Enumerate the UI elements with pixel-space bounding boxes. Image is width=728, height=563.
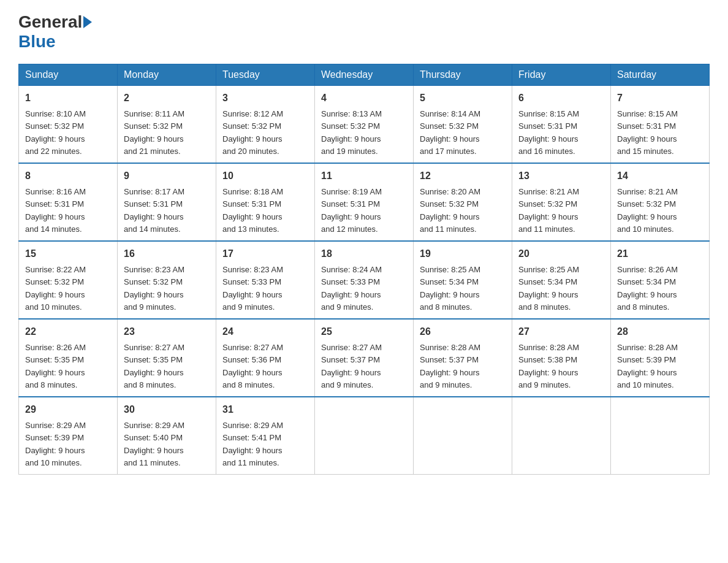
day-of-week-header: Sunday xyxy=(19,64,118,86)
day-info: Sunrise: 8:19 AMSunset: 5:31 PMDaylight:… xyxy=(321,187,382,234)
calendar-day-cell: 8 Sunrise: 8:16 AMSunset: 5:31 PMDayligh… xyxy=(19,163,118,241)
calendar-day-cell: 6 Sunrise: 8:15 AMSunset: 5:31 PMDayligh… xyxy=(512,86,611,164)
calendar-day-cell: 15 Sunrise: 8:22 AMSunset: 5:32 PMDaylig… xyxy=(19,241,118,319)
calendar-week-row: 22 Sunrise: 8:26 AMSunset: 5:35 PMDaylig… xyxy=(19,319,710,397)
day-number: 2 xyxy=(124,91,210,105)
day-number: 16 xyxy=(124,247,210,261)
calendar-table: SundayMondayTuesdayWednesdayThursdayFrid… xyxy=(18,64,710,475)
day-info: Sunrise: 8:24 AMSunset: 5:33 PMDaylight:… xyxy=(321,265,382,312)
day-number: 31 xyxy=(222,402,308,417)
day-number: 25 xyxy=(321,324,407,339)
logo-blue-text: Blue xyxy=(18,32,56,52)
day-number: 19 xyxy=(420,247,506,261)
day-number: 20 xyxy=(518,247,604,261)
day-number: 30 xyxy=(124,402,210,417)
day-number: 15 xyxy=(25,247,111,261)
day-number: 1 xyxy=(25,91,111,105)
calendar-day-cell xyxy=(611,397,710,475)
logo-general-text: General xyxy=(18,12,82,32)
calendar-day-cell: 9 Sunrise: 8:17 AMSunset: 5:31 PMDayligh… xyxy=(118,163,216,241)
day-info: Sunrise: 8:29 AMSunset: 5:40 PMDaylight:… xyxy=(124,421,184,467)
calendar-day-cell: 11 Sunrise: 8:19 AMSunset: 5:31 PMDaylig… xyxy=(315,163,414,241)
calendar-day-cell: 24 Sunrise: 8:27 AMSunset: 5:36 PMDaylig… xyxy=(216,319,315,397)
calendar-day-cell: 17 Sunrise: 8:23 AMSunset: 5:33 PMDaylig… xyxy=(216,241,315,319)
day-info: Sunrise: 8:15 AMSunset: 5:31 PMDaylight:… xyxy=(617,109,678,156)
day-info: Sunrise: 8:11 AMSunset: 5:32 PMDaylight:… xyxy=(124,109,184,156)
calendar-day-cell xyxy=(315,397,414,475)
day-info: Sunrise: 8:23 AMSunset: 5:33 PMDaylight:… xyxy=(222,265,283,312)
calendar-day-cell: 13 Sunrise: 8:21 AMSunset: 5:32 PMDaylig… xyxy=(512,163,611,241)
day-info: Sunrise: 8:28 AMSunset: 5:37 PMDaylight:… xyxy=(420,343,480,389)
day-info: Sunrise: 8:25 AMSunset: 5:34 PMDaylight:… xyxy=(420,265,480,312)
day-number: 24 xyxy=(222,324,308,339)
calendar-day-cell: 12 Sunrise: 8:20 AMSunset: 5:32 PMDaylig… xyxy=(414,163,512,241)
day-info: Sunrise: 8:28 AMSunset: 5:39 PMDaylight:… xyxy=(617,343,678,389)
calendar-day-cell: 25 Sunrise: 8:27 AMSunset: 5:37 PMDaylig… xyxy=(315,319,414,397)
day-info: Sunrise: 8:13 AMSunset: 5:32 PMDaylight:… xyxy=(321,109,382,156)
day-info: Sunrise: 8:29 AMSunset: 5:39 PMDaylight:… xyxy=(25,421,86,467)
day-of-week-header: Monday xyxy=(118,64,216,86)
day-info: Sunrise: 8:27 AMSunset: 5:35 PMDaylight:… xyxy=(124,343,184,389)
day-number: 17 xyxy=(222,247,308,261)
calendar-day-cell: 21 Sunrise: 8:26 AMSunset: 5:34 PMDaylig… xyxy=(611,241,710,319)
logo: General Blue xyxy=(18,12,93,52)
day-number: 7 xyxy=(617,91,703,105)
day-info: Sunrise: 8:10 AMSunset: 5:32 PMDaylight:… xyxy=(25,109,86,156)
calendar-week-row: 1 Sunrise: 8:10 AMSunset: 5:32 PMDayligh… xyxy=(19,86,710,164)
calendar-day-cell: 7 Sunrise: 8:15 AMSunset: 5:31 PMDayligh… xyxy=(611,86,710,164)
day-of-week-header: Wednesday xyxy=(315,64,414,86)
day-number: 5 xyxy=(420,91,506,105)
day-info: Sunrise: 8:26 AMSunset: 5:35 PMDaylight:… xyxy=(25,343,86,389)
day-info: Sunrise: 8:20 AMSunset: 5:32 PMDaylight:… xyxy=(420,187,480,234)
day-number: 8 xyxy=(25,169,111,183)
day-info: Sunrise: 8:26 AMSunset: 5:34 PMDaylight:… xyxy=(617,265,678,312)
day-number: 13 xyxy=(518,169,604,183)
day-number: 18 xyxy=(321,247,407,261)
day-info: Sunrise: 8:12 AMSunset: 5:32 PMDaylight:… xyxy=(222,109,283,156)
logo-arrow-icon xyxy=(83,16,92,28)
day-of-week-header: Tuesday xyxy=(216,64,315,86)
day-info: Sunrise: 8:17 AMSunset: 5:31 PMDaylight:… xyxy=(124,187,184,234)
day-info: Sunrise: 8:25 AMSunset: 5:34 PMDaylight:… xyxy=(518,265,579,312)
day-of-week-header: Thursday xyxy=(414,64,512,86)
calendar-day-cell: 23 Sunrise: 8:27 AMSunset: 5:35 PMDaylig… xyxy=(118,319,216,397)
calendar-day-cell: 31 Sunrise: 8:29 AMSunset: 5:41 PMDaylig… xyxy=(216,397,315,475)
calendar-day-cell xyxy=(414,397,512,475)
day-info: Sunrise: 8:14 AMSunset: 5:32 PMDaylight:… xyxy=(420,109,480,156)
day-number: 10 xyxy=(222,169,308,183)
day-number: 12 xyxy=(420,169,506,183)
calendar-day-cell: 20 Sunrise: 8:25 AMSunset: 5:34 PMDaylig… xyxy=(512,241,611,319)
day-number: 6 xyxy=(518,91,604,105)
calendar-day-cell: 10 Sunrise: 8:18 AMSunset: 5:31 PMDaylig… xyxy=(216,163,315,241)
day-info: Sunrise: 8:16 AMSunset: 5:31 PMDaylight:… xyxy=(25,187,86,234)
day-number: 14 xyxy=(617,169,703,183)
calendar-week-row: 29 Sunrise: 8:29 AMSunset: 5:39 PMDaylig… xyxy=(19,397,710,475)
day-info: Sunrise: 8:18 AMSunset: 5:31 PMDaylight:… xyxy=(222,187,283,234)
day-number: 4 xyxy=(321,91,407,105)
day-number: 21 xyxy=(617,247,703,261)
day-info: Sunrise: 8:27 AMSunset: 5:36 PMDaylight:… xyxy=(222,343,283,389)
calendar-day-cell: 1 Sunrise: 8:10 AMSunset: 5:32 PMDayligh… xyxy=(19,86,118,164)
calendar-day-cell: 19 Sunrise: 8:25 AMSunset: 5:34 PMDaylig… xyxy=(414,241,512,319)
calendar-day-cell: 26 Sunrise: 8:28 AMSunset: 5:37 PMDaylig… xyxy=(414,319,512,397)
day-number: 26 xyxy=(420,324,506,339)
calendar-day-cell: 29 Sunrise: 8:29 AMSunset: 5:39 PMDaylig… xyxy=(19,397,118,475)
day-info: Sunrise: 8:21 AMSunset: 5:32 PMDaylight:… xyxy=(617,187,678,234)
page-header: General Blue xyxy=(18,12,710,52)
day-of-week-header: Saturday xyxy=(611,64,710,86)
day-info: Sunrise: 8:28 AMSunset: 5:38 PMDaylight:… xyxy=(518,343,579,389)
day-number: 27 xyxy=(518,324,604,339)
calendar-day-cell: 22 Sunrise: 8:26 AMSunset: 5:35 PMDaylig… xyxy=(19,319,118,397)
day-info: Sunrise: 8:22 AMSunset: 5:32 PMDaylight:… xyxy=(25,265,86,312)
day-number: 23 xyxy=(124,324,210,339)
day-number: 9 xyxy=(124,169,210,183)
day-info: Sunrise: 8:27 AMSunset: 5:37 PMDaylight:… xyxy=(321,343,382,389)
day-number: 29 xyxy=(25,402,111,417)
day-number: 22 xyxy=(25,324,111,339)
calendar-week-row: 15 Sunrise: 8:22 AMSunset: 5:32 PMDaylig… xyxy=(19,241,710,319)
day-info: Sunrise: 8:21 AMSunset: 5:32 PMDaylight:… xyxy=(518,187,579,234)
calendar-day-cell: 2 Sunrise: 8:11 AMSunset: 5:32 PMDayligh… xyxy=(118,86,216,164)
day-number: 28 xyxy=(617,324,703,339)
calendar-day-cell: 5 Sunrise: 8:14 AMSunset: 5:32 PMDayligh… xyxy=(414,86,512,164)
calendar-header-row: SundayMondayTuesdayWednesdayThursdayFrid… xyxy=(19,64,710,86)
